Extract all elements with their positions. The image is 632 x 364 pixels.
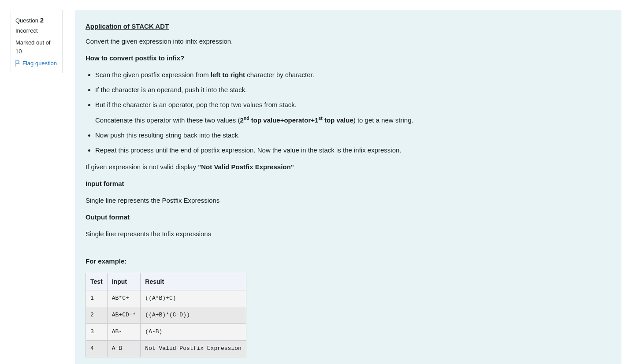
example-heading: For example: xyxy=(86,256,611,267)
input-format-text: Single line represents the Postfix Expre… xyxy=(86,195,611,206)
step-3: But if the character is an operator, pop… xyxy=(95,100,611,126)
question-info-card: Question 2 Incorrect Marked out of 10 Fl… xyxy=(11,10,63,73)
question-content: Application of STACK ADT Convert the giv… xyxy=(75,10,621,364)
flag-question-link[interactable]: Flag question xyxy=(15,60,58,67)
step-2: If the character is an operand, push it … xyxy=(95,85,611,95)
question-number-line: Question 2 xyxy=(15,16,58,24)
content-title: Application of STACK ADT xyxy=(86,21,611,32)
table-header-row: Test Input Result xyxy=(86,273,246,290)
table-row: 4 A+B Not Valid Postfix Expression xyxy=(86,340,246,357)
step-3-sub: Concatenate this operator with these two… xyxy=(95,115,611,126)
how-heading: How to convert postfix to infix? xyxy=(86,53,611,63)
flag-icon xyxy=(15,60,21,67)
steps-list: Scan the given postfix expression from l… xyxy=(86,70,611,156)
step-4: Now push this resulting string back into… xyxy=(95,130,611,141)
table-row: 3 AB- (A-B) xyxy=(86,323,246,340)
invalid-note: If given expression is not valid display… xyxy=(86,162,611,172)
example-table: Test Input Result 1 AB*C+ ((A*B)+C) 2 AB… xyxy=(86,273,246,357)
question-mark: Marked out of 10 xyxy=(15,38,58,56)
marked-value: 10 xyxy=(15,48,22,55)
table-row: 2 AB+CD-* ((A+B)*(C-D)) xyxy=(86,307,246,324)
question-number: 2 xyxy=(40,16,44,24)
th-test: Test xyxy=(86,273,108,290)
step-5: Repeat this process until the end of pos… xyxy=(95,145,611,156)
marked-label: Marked out of xyxy=(15,39,51,46)
table-row: 1 AB*C+ ((A*B)+C) xyxy=(86,290,246,307)
content-intro: Convert the given expression into infix … xyxy=(86,36,611,47)
question-label: Question xyxy=(15,17,38,24)
flag-question-label: Flag question xyxy=(22,60,57,67)
step-1: Scan the given postfix expression from l… xyxy=(95,70,611,80)
output-format-text: Single line represents the Infix express… xyxy=(86,229,611,239)
th-result: Result xyxy=(141,273,246,290)
question-status: Incorrect xyxy=(15,27,58,34)
input-format-heading: Input format xyxy=(86,178,611,189)
output-format-heading: Output format xyxy=(86,212,611,223)
th-input: Input xyxy=(107,273,141,290)
